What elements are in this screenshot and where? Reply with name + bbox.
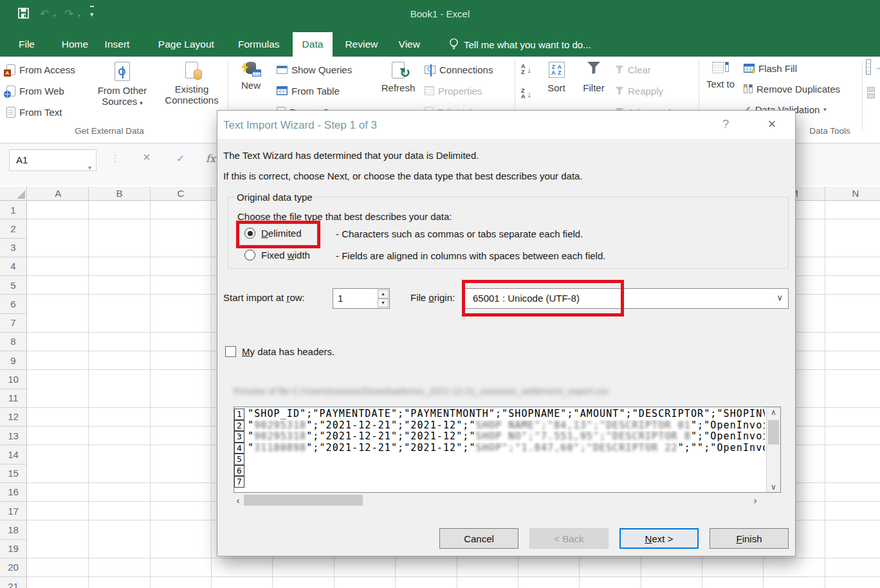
tab-file[interactable]: File (9, 32, 44, 57)
next-button[interactable]: Next > (619, 528, 699, 549)
flash-fill-button[interactable]: Flash Fill (744, 60, 797, 76)
fixed-width-radio-label[interactable]: Fixed width (261, 250, 310, 261)
row-header-7[interactable]: 7 (0, 314, 26, 333)
sort-za-arrow-icon: ↓ (527, 89, 532, 99)
vertical-scroll-thumb[interactable] (768, 420, 779, 445)
connections-button[interactable]: Connections (425, 62, 493, 77)
consolidate-icon (866, 59, 871, 75)
preview-line-number: 2 (234, 420, 244, 432)
formula-enter-icon[interactable]: ✓ (176, 152, 185, 165)
insert-function-icon[interactable]: fx (206, 152, 215, 165)
spinner-up-icon[interactable]: ▲ (378, 289, 389, 299)
row-header-8[interactable]: 8 (0, 333, 26, 351)
preview-horizontal-scrollbar[interactable]: ‹ › (234, 494, 760, 507)
combobox-chevron-icon[interactable]: ∨ (776, 293, 783, 302)
row-header-17[interactable]: 17 (0, 502, 26, 520)
filter-button[interactable]: Filter (578, 62, 610, 93)
scroll-down-icon[interactable]: ∨ (767, 482, 780, 492)
from-other-sources-button[interactable]: From Other Sources ▾ (89, 62, 156, 107)
tab-review[interactable]: Review (335, 32, 387, 57)
column-header-B[interactable]: B (89, 187, 150, 200)
cancel-button[interactable]: Cancel (439, 528, 518, 549)
tab-insert[interactable]: Insert (95, 32, 140, 57)
row-header-12[interactable]: 12 (0, 408, 26, 427)
row-header-13[interactable]: 13 (0, 427, 26, 445)
preview-line: "90295318";"2021-12-21";"2021-12";"SHOP … (248, 431, 765, 443)
properties-button[interactable]: Properties (425, 83, 482, 98)
reapply-filter-button[interactable]: Reapply (615, 83, 663, 98)
show-queries-button[interactable]: Show Queries (277, 62, 352, 77)
preview-line-number: 1 (234, 409, 244, 420)
refresh-all-button[interactable]: ↻ Refresh (378, 62, 418, 93)
remove-duplicates-button[interactable]: Remove Duplicates (744, 81, 840, 96)
ribbon-tab-strip: FileHomeInsertPage LayoutFormulasDataRev… (0, 30, 880, 57)
file-preview-box[interactable]: 1"SHOP_ID";"PAYMENTDATE";"PAYMENTMONTH";… (234, 407, 781, 493)
text-to-columns-button[interactable]: Text to (702, 62, 738, 89)
column-header-A[interactable]: A (28, 187, 89, 200)
headers-checkbox-label[interactable]: My data has headers. (242, 346, 335, 357)
row-header-4[interactable]: 4 (0, 257, 26, 276)
sort-ascending-button[interactable]: AZ ↓ (521, 62, 531, 77)
row-header-6[interactable]: 6 (0, 295, 26, 313)
horizontal-scroll-thumb[interactable] (244, 495, 363, 506)
file-origin-highlight-box (462, 280, 624, 317)
finish-button[interactable]: Finish (710, 528, 789, 549)
formula-bar-handle-icon[interactable]: ⋮ (111, 152, 120, 164)
tab-view[interactable]: View (389, 32, 430, 57)
dialog-titlebar[interactable]: Text Import Wizard - Step 1 of 3 ? × (217, 111, 795, 139)
tab-data[interactable]: Data (293, 32, 333, 57)
consolidate-button[interactable]: → (866, 59, 880, 75)
fixed-width-radio[interactable] (244, 250, 255, 261)
start-row-spinner[interactable]: 1 ▲ ▼ (333, 288, 390, 309)
dialog-close-button[interactable]: × (761, 116, 783, 133)
row-header-11[interactable]: 11 (0, 389, 26, 408)
row-header-20[interactable]: 20 (0, 558, 26, 577)
row-header-3[interactable]: 3 (0, 239, 26, 257)
redacted-text: SHOP NO";"7.551,95";"DESCRIPTOR 8 (476, 431, 691, 442)
column-header-C[interactable]: C (151, 187, 212, 200)
tell-me-box[interactable]: Tell me what you want to do... (449, 37, 591, 51)
tab-page-layout[interactable]: Page Layout (149, 32, 224, 57)
name-box[interactable]: A1 ▾ (9, 149, 96, 171)
row-header-10[interactable]: 10 (0, 370, 26, 389)
spinner-down-icon[interactable]: ▼ (378, 299, 389, 308)
row-header-21[interactable]: 21 (0, 577, 26, 588)
dialog-help-button[interactable]: ? (716, 117, 735, 131)
start-row-value[interactable]: 1 (338, 293, 343, 304)
existing-connections-button[interactable]: Existing Connections (160, 62, 224, 106)
preview-vertical-scrollbar[interactable]: ∧ ∨ (766, 407, 780, 492)
existing-connections-icon (185, 62, 198, 78)
row-header-1[interactable]: 1 (0, 201, 26, 219)
select-all-corner[interactable] (0, 187, 27, 201)
preview-line: "90295318";"2021-12-21";"2021-12";"SHOP … (248, 420, 765, 432)
from-table-button[interactable]: From Table (277, 83, 340, 98)
reapply-filter-icon (615, 87, 624, 95)
tab-home[interactable]: Home (52, 32, 98, 57)
row-header-15[interactable]: 15 (0, 464, 26, 483)
name-box-dropdown-icon[interactable]: ▾ (88, 158, 91, 178)
tab-formulas[interactable]: Formulas (228, 32, 289, 57)
column-header-N[interactable]: N (825, 187, 880, 200)
from-text-button[interactable]: From Text (6, 104, 62, 120)
scroll-up-icon[interactable]: ∧ (767, 407, 780, 418)
scroll-right-icon[interactable]: › (751, 494, 760, 507)
relationships-button[interactable] (867, 85, 875, 100)
row-header-9[interactable]: 9 (0, 351, 26, 370)
scroll-left-icon[interactable]: ‹ (234, 494, 243, 507)
clear-filter-button[interactable]: Clear (615, 62, 651, 77)
formula-cancel-icon[interactable]: × (143, 150, 151, 165)
row-header-14[interactable]: 14 (0, 445, 26, 464)
row-header-18[interactable]: 18 (0, 520, 26, 539)
row-header-2[interactable]: 2 (0, 219, 26, 238)
row-header-19[interactable]: 19 (0, 540, 26, 558)
from-web-button[interactable]: From Web (6, 83, 64, 98)
new-query-button[interactable]: New (233, 62, 269, 91)
headers-checkbox[interactable] (225, 346, 236, 357)
text-import-wizard-dialog: Text Import Wizard - Step 1 of 3 ? × The… (217, 110, 796, 556)
sort-descending-button[interactable]: ZA ↓ (521, 86, 531, 102)
window-title: Book1 - Excel (0, 8, 880, 19)
sort-button[interactable]: ZA AZ Sort (540, 62, 573, 93)
from-access-button[interactable]: A From Access (6, 62, 75, 77)
row-header-16[interactable]: 16 (0, 483, 26, 502)
row-header-5[interactable]: 5 (0, 276, 26, 295)
